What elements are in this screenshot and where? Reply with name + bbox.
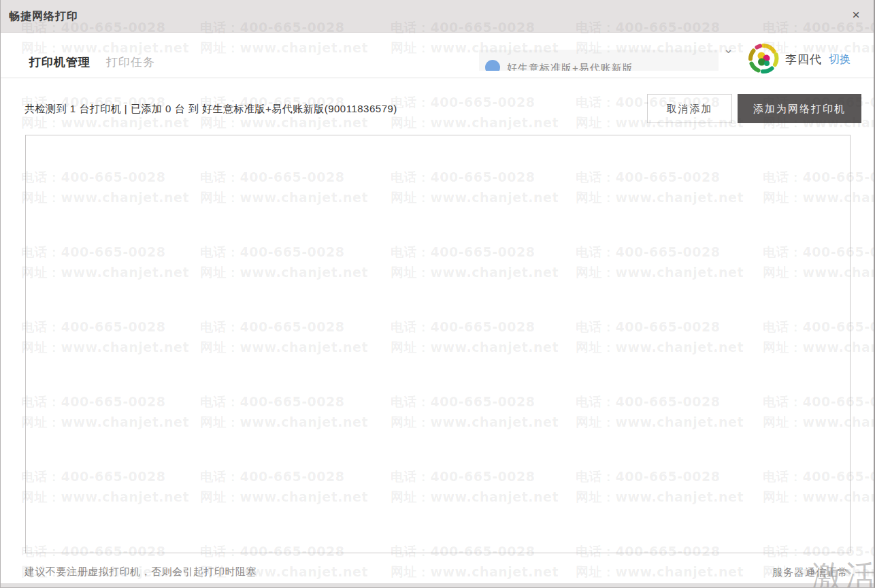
product-select-value: 好生意标准版+易代账新版 xyxy=(507,60,633,71)
app-window: 畅捷网络打印 × 打印机管理 打印任务 好生意标准版+易代账新版 ⌄ xyxy=(0,0,875,588)
titlebar: 畅捷网络打印 × xyxy=(1,0,874,33)
server-status-text: 服务器通信正常 xyxy=(772,566,848,579)
cancel-add-button[interactable]: 取消添加 xyxy=(647,94,732,123)
username-label: 李四代 xyxy=(785,52,822,67)
product-icon xyxy=(485,60,500,71)
printer-list-panel xyxy=(25,135,851,553)
close-icon[interactable]: × xyxy=(848,7,864,23)
virtual-printer-hint: 建议不要注册虚拟打印机，否则会引起打印时阻塞 xyxy=(24,566,257,578)
switch-account-link[interactable]: 切换 xyxy=(829,52,851,67)
avatar xyxy=(747,42,780,75)
tab-print-tasks[interactable]: 打印任务 xyxy=(106,54,155,70)
window-title: 畅捷网络打印 xyxy=(9,10,78,24)
product-select[interactable]: 好生意标准版+易代账新版 xyxy=(479,50,719,71)
watermark-block: 电话：400-665-0028网址：www.chanjet.net xyxy=(391,92,559,133)
chevron-down-icon[interactable]: ⌄ xyxy=(723,42,733,56)
window-bottom-edge xyxy=(1,583,874,587)
tab-printer-management[interactable]: 打印机管理 xyxy=(29,54,90,70)
header-bar: 打印机管理 打印任务 好生意标准版+易代账新版 ⌄ xyxy=(1,33,874,78)
add-network-printer-button[interactable]: 添加为网络打印机 xyxy=(738,94,861,123)
product-select-inner: 好生意标准版+易代账新版 xyxy=(479,60,719,71)
pinwheel-logo-icon xyxy=(747,42,780,75)
detection-status-text: 共检测到 1 台打印机 | 已添加 0 台 到 好生意标准版+易代账新版(900… xyxy=(24,94,397,123)
